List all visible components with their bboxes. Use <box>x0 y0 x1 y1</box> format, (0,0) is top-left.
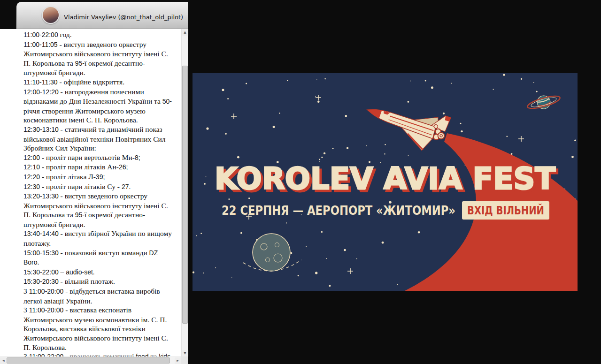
schedule-paragraph: 11:00-22:00 год. <box>23 30 175 40</box>
vertical-scrollbar[interactable]: ▲ ▼ <box>181 29 188 356</box>
avatar[interactable] <box>42 6 60 24</box>
vertical-scrollbar-thumb[interactable] <box>182 66 188 324</box>
page-background: Vladimir Vasyliev (@not_that_old_pilot) … <box>0 0 601 364</box>
schedule-paragraph: 13:20-13:30 - виступ зведеного оркестру … <box>23 191 175 229</box>
horizontal-scrollbar[interactable]: ◄ ► <box>0 356 181 364</box>
horizontal-scrollbar-thumb[interactable] <box>7 357 170 364</box>
scroll-left-icon[interactable]: ◄ <box>0 357 7 364</box>
entry-badge-label: ВХІД ВІЛЬНИЙ <box>467 204 544 217</box>
scroll-down-icon[interactable]: ▼ <box>182 350 188 356</box>
chat-header-bar: Vladimir Vasyliev (@not_that_old_pilot) <box>16 2 188 29</box>
scroll-up-icon[interactable]: ▲ <box>182 29 188 36</box>
schedule-text: 11:00-22:00 год.11:00-11:05 - виступ зве… <box>0 29 181 356</box>
poster-title: KOROLEV AVIA FEST <box>215 161 555 196</box>
poster-subtitle: 22 СЕРПНЯ — АЕРОПОРТ «ЖИТОМИР» <box>222 203 455 218</box>
schedule-paragraph: 12:00-12:20 - нагородження почесними від… <box>23 87 175 125</box>
schedule-paragraph: 12:20 - проліт літака Л-39; <box>23 172 175 182</box>
poster-image[interactable]: KOROLEV AVIA FEST KOROLEV AVIA FEST 22 С… <box>193 73 578 291</box>
scroll-right-icon[interactable]: ► <box>175 357 181 364</box>
schedule-paragraph: 15:30-20:30 - вільний плотаж. <box>23 277 175 287</box>
schedule-paragraph: 11:10-11:30 - офіційне відкриття. <box>23 77 175 87</box>
schedule-paragraph: 12:00 - проліт пари вертольотів Ми-8; <box>23 153 175 163</box>
schedule-paragraph: 12:30-13:10 - статичний та динамічний по… <box>23 125 175 153</box>
schedule-paragraph: 11:00-11:05 - виступ зведеного оркестру … <box>23 40 175 77</box>
schedule-paragraph: 12:30 - проліт пари літаків Су - 27. <box>23 182 175 192</box>
schedule-paragraph: З 11:00-20:00 - відбудеться виставка вир… <box>23 287 175 305</box>
schedule-paragraph: З 11:00-22:00 - працюють тематичні food … <box>23 352 175 356</box>
user-name: Vladimir Vasyliev (@not_that_old_pilot) <box>64 14 183 21</box>
schedule-paragraph: 13:40-14:40 - виступ збірної України по … <box>23 229 175 248</box>
entry-badge: ВХІД ВІЛЬНИЙ <box>462 201 549 220</box>
schedule-paragraph: 12:10 - проліт пари літаків Ан-26; <box>23 162 175 172</box>
scrollbar-corner <box>181 356 188 364</box>
schedule-paragraph: З 11:00-20:00 - виставка експонатів Жито… <box>23 305 175 352</box>
schedule-paragraph: 15:00-15:30 - показовий виступ команди D… <box>23 248 175 267</box>
schedule-paragraph: 15:30-22:00 – audio-set. <box>23 267 175 277</box>
